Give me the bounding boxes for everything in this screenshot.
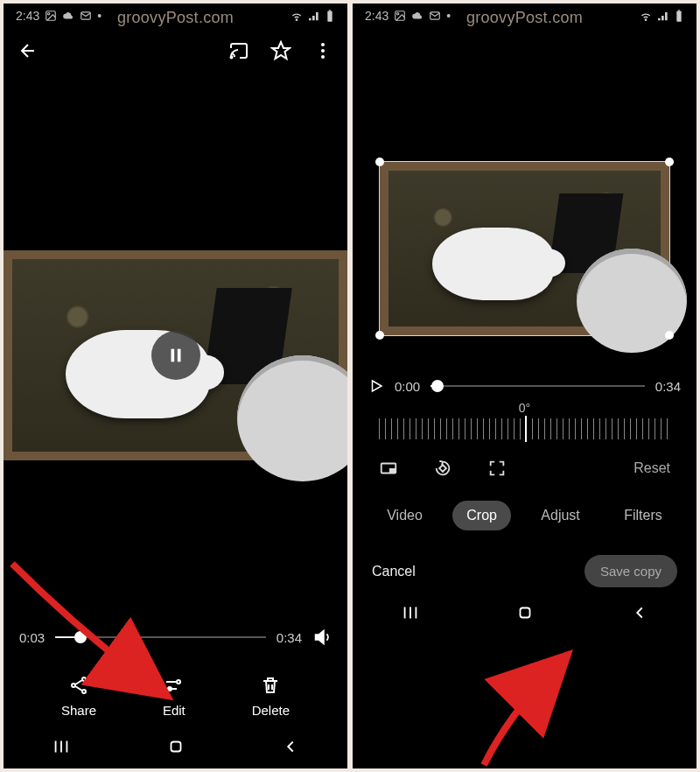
scrub-track[interactable] [430,385,645,387]
crop-handle-br[interactable] [665,331,674,340]
image-icon [394,10,406,22]
battery-icon [325,9,335,23]
signal-icon [656,9,670,23]
wifi-icon [639,9,653,23]
aspect-button[interactable] [379,459,398,478]
crop-handle-tr[interactable] [665,158,674,166]
app-bar [4,28,347,74]
battery-icon [674,9,684,23]
rotation-row: 0° [353,394,696,446]
pause-button[interactable] [151,331,200,380]
annotation-arrow [458,634,633,768]
status-dot: • [97,9,102,23]
nav-back-button[interactable] [630,603,649,622]
tabs-row: Video Crop Adjust Filters [353,490,696,541]
system-nav-bar [353,594,696,635]
delete-label: Delete [252,703,290,718]
favorite-button[interactable] [270,40,291,61]
cloud-icon [411,10,424,22]
wifi-icon [290,9,304,23]
crop-handle-bl[interactable] [375,331,384,340]
cloud-icon [62,10,74,22]
play-button[interactable] [368,378,384,394]
gmail-icon [80,10,92,22]
recents-button[interactable] [401,603,420,622]
rotate-button[interactable] [433,459,452,478]
svg-point-21 [645,19,646,20]
video-frame[interactable] [4,250,347,460]
reset-button[interactable]: Reset [634,460,670,476]
phone-viewer: groovyPost.com 2:43 • [4,4,347,768]
editor-footer: Cancel Save copy [353,541,696,594]
edit-label: Edit [163,703,186,718]
svg-point-19 [397,13,399,15]
svg-point-7 [321,43,325,46]
scrub-thumb[interactable] [74,631,87,643]
share-label: Share [61,703,96,718]
scrub-current: 0:03 [19,630,45,645]
scrub-current: 0:00 [395,379,420,394]
system-nav-bar [4,728,347,768]
scrub-duration: 0:34 [276,630,302,645]
svg-rect-26 [439,465,446,472]
watermark: groovyPost.com [466,9,583,27]
trash-icon [260,675,281,696]
svg-point-6 [231,57,233,59]
svg-rect-5 [329,10,332,11]
svg-point-14 [82,690,86,693]
delete-button[interactable]: Delete [252,675,290,718]
tab-filters[interactable]: Filters [610,501,676,530]
scrub-track[interactable] [55,636,266,638]
tab-adjust[interactable]: Adjust [527,501,593,530]
save-copy-button[interactable]: Save copy [584,555,677,587]
svg-point-12 [82,677,86,681]
scrub-duration: 0:34 [655,379,681,394]
home-button[interactable] [515,603,535,622]
svg-rect-10 [171,349,174,362]
svg-rect-22 [676,11,681,22]
phone-editor: groovyPost.com 2:43 • [353,4,696,768]
crop-handle-tl[interactable] [375,158,384,166]
svg-rect-4 [327,11,332,22]
back-button[interactable] [18,40,38,61]
svg-point-13 [72,684,75,687]
share-icon [68,675,89,696]
rotation-ruler[interactable] [379,418,670,439]
more-button[interactable] [312,40,333,61]
volume-button[interactable] [312,628,332,647]
image-icon [45,10,57,22]
tab-video[interactable]: Video [373,501,437,530]
svg-point-9 [321,55,325,59]
svg-rect-27 [520,608,529,618]
svg-rect-25 [390,469,396,473]
gmail-icon [429,10,441,22]
scrub-bar: 0:03 0:34 [4,628,347,647]
watermark: groovyPost.com [117,9,234,27]
share-button[interactable]: Share [61,675,96,718]
svg-point-15 [177,680,180,684]
svg-rect-17 [171,742,180,752]
status-time: 2:43 [365,9,388,23]
scrub-thumb[interactable] [431,380,444,392]
cast-button[interactable] [228,40,249,61]
home-button[interactable] [166,737,186,756]
svg-point-8 [321,49,325,53]
crop-area[interactable] [379,161,670,336]
expand-button[interactable] [487,459,507,478]
action-row: Share Edit Delete [4,654,347,728]
edit-icon [164,675,185,696]
svg-point-1 [48,13,50,15]
nav-back-button[interactable] [281,737,300,756]
svg-rect-23 [678,10,681,11]
status-time: 2:43 [16,9,39,23]
svg-rect-11 [177,349,180,362]
editor-scrub-bar: 0:00 0:34 [353,378,696,394]
status-dot: • [446,9,451,23]
cancel-button[interactable]: Cancel [372,564,416,579]
svg-point-3 [296,19,297,20]
recents-button[interactable] [52,737,71,756]
tab-crop[interactable]: Crop [452,501,511,530]
edit-button[interactable]: Edit [163,675,186,718]
crop-tools: Reset [353,446,696,490]
rotation-label: 0° [519,401,530,415]
